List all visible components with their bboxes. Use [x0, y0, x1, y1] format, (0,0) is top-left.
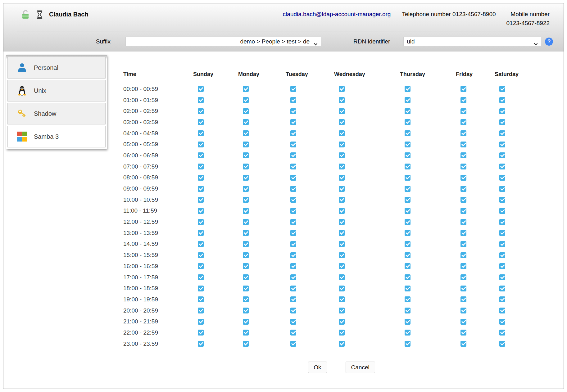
logon-hour-checkbox-monday[interactable] — [243, 197, 249, 203]
ok-button[interactable]: Ok — [308, 362, 327, 373]
logon-hour-checkbox-sunday[interactable] — [198, 197, 204, 203]
logon-hour-checkbox-wednesday[interactable] — [339, 164, 345, 169]
logon-hour-checkbox-friday[interactable] — [460, 186, 466, 192]
logon-hour-checkbox-saturday[interactable] — [499, 230, 505, 236]
logon-hour-checkbox-wednesday[interactable] — [339, 341, 345, 347]
logon-hour-checkbox-thursday[interactable] — [405, 241, 411, 247]
logon-hour-checkbox-thursday[interactable] — [405, 208, 411, 214]
logon-hour-checkbox-thursday[interactable] — [405, 230, 411, 236]
logon-hour-checkbox-wednesday[interactable] — [339, 119, 345, 125]
logon-hour-checkbox-sunday[interactable] — [198, 130, 204, 136]
logon-hour-checkbox-friday[interactable] — [460, 86, 466, 92]
logon-hour-checkbox-saturday[interactable] — [499, 86, 505, 92]
logon-hour-checkbox-thursday[interactable] — [405, 108, 411, 114]
logon-hour-checkbox-wednesday[interactable] — [339, 186, 345, 192]
logon-hour-checkbox-friday[interactable] — [460, 175, 466, 181]
unlock-icon[interactable] — [21, 10, 29, 21]
logon-hour-checkbox-monday[interactable] — [243, 319, 249, 325]
logon-hour-checkbox-thursday[interactable] — [405, 130, 411, 136]
logon-hour-checkbox-saturday[interactable] — [499, 263, 505, 269]
logon-hour-checkbox-sunday[interactable] — [198, 119, 204, 125]
logon-hour-checkbox-tuesday[interactable] — [290, 341, 296, 347]
logon-hour-checkbox-saturday[interactable] — [499, 241, 505, 247]
logon-hour-checkbox-wednesday[interactable] — [339, 86, 345, 92]
logon-hour-checkbox-saturday[interactable] — [499, 186, 505, 192]
logon-hour-checkbox-thursday[interactable] — [405, 286, 411, 291]
logon-hour-checkbox-tuesday[interactable] — [290, 208, 296, 214]
logon-hour-checkbox-thursday[interactable] — [405, 186, 411, 192]
logon-hour-checkbox-sunday[interactable] — [198, 241, 204, 247]
logon-hour-checkbox-saturday[interactable] — [499, 208, 505, 214]
logon-hour-checkbox-friday[interactable] — [460, 164, 466, 169]
logon-hour-checkbox-sunday[interactable] — [198, 186, 204, 192]
logon-hour-checkbox-friday[interactable] — [460, 97, 466, 103]
logon-hour-checkbox-tuesday[interactable] — [290, 108, 296, 114]
logon-hour-checkbox-monday[interactable] — [243, 252, 249, 258]
logon-hour-checkbox-wednesday[interactable] — [339, 97, 345, 103]
logon-hour-checkbox-wednesday[interactable] — [339, 296, 345, 302]
sidebar-item-shadow[interactable]: Shadow — [7, 103, 106, 124]
logon-hour-checkbox-tuesday[interactable] — [290, 263, 296, 269]
logon-hour-checkbox-saturday[interactable] — [499, 341, 505, 347]
logon-hour-checkbox-sunday[interactable] — [198, 219, 204, 225]
logon-hour-checkbox-wednesday[interactable] — [339, 175, 345, 181]
logon-hour-checkbox-friday[interactable] — [460, 330, 466, 336]
logon-hour-checkbox-friday[interactable] — [460, 274, 466, 280]
logon-hour-checkbox-tuesday[interactable] — [290, 175, 296, 181]
logon-hour-checkbox-wednesday[interactable] — [339, 252, 345, 258]
logon-hour-checkbox-sunday[interactable] — [198, 263, 204, 269]
logon-hour-checkbox-wednesday[interactable] — [339, 219, 345, 225]
logon-hour-checkbox-tuesday[interactable] — [290, 330, 296, 336]
email-link[interactable]: claudia.bach@ldap-account-manager.org — [283, 10, 391, 19]
logon-hour-checkbox-wednesday[interactable] — [339, 152, 345, 158]
logon-hour-checkbox-tuesday[interactable] — [290, 286, 296, 291]
logon-hour-checkbox-friday[interactable] — [460, 308, 466, 313]
rdn-identifier-select[interactable]: uid — [403, 37, 541, 46]
logon-hour-checkbox-tuesday[interactable] — [290, 130, 296, 136]
logon-hour-checkbox-sunday[interactable] — [198, 296, 204, 302]
logon-hour-checkbox-tuesday[interactable] — [290, 197, 296, 203]
logon-hour-checkbox-wednesday[interactable] — [339, 197, 345, 203]
logon-hour-checkbox-friday[interactable] — [460, 197, 466, 203]
logon-hour-checkbox-tuesday[interactable] — [290, 274, 296, 280]
logon-hour-checkbox-monday[interactable] — [243, 208, 249, 214]
logon-hour-checkbox-sunday[interactable] — [198, 175, 204, 181]
logon-hour-checkbox-saturday[interactable] — [499, 296, 505, 302]
logon-hour-checkbox-saturday[interactable] — [499, 108, 505, 114]
logon-hour-checkbox-monday[interactable] — [243, 164, 249, 169]
logon-hour-checkbox-friday[interactable] — [460, 263, 466, 269]
logon-hour-checkbox-wednesday[interactable] — [339, 308, 345, 313]
logon-hour-checkbox-wednesday[interactable] — [339, 319, 345, 325]
logon-hour-checkbox-monday[interactable] — [243, 296, 249, 302]
sidebar-item-unix[interactable]: Unix — [7, 80, 106, 101]
logon-hour-checkbox-friday[interactable] — [460, 319, 466, 325]
logon-hour-checkbox-friday[interactable] — [460, 252, 466, 258]
logon-hour-checkbox-thursday[interactable] — [405, 274, 411, 280]
logon-hour-checkbox-thursday[interactable] — [405, 308, 411, 313]
logon-hour-checkbox-friday[interactable] — [460, 286, 466, 291]
logon-hour-checkbox-monday[interactable] — [243, 86, 249, 92]
logon-hour-checkbox-friday[interactable] — [460, 341, 466, 347]
logon-hour-checkbox-saturday[interactable] — [499, 286, 505, 291]
logon-hour-checkbox-monday[interactable] — [243, 308, 249, 313]
logon-hour-checkbox-sunday[interactable] — [198, 152, 204, 158]
logon-hour-checkbox-thursday[interactable] — [405, 296, 411, 302]
sidebar-item-samba3[interactable]: Samba 3 — [7, 126, 106, 147]
logon-hour-checkbox-thursday[interactable] — [405, 219, 411, 225]
sidebar-item-personal[interactable]: Personal — [7, 57, 106, 79]
logon-hour-checkbox-friday[interactable] — [460, 108, 466, 114]
logon-hour-checkbox-monday[interactable] — [243, 130, 249, 136]
logon-hour-checkbox-tuesday[interactable] — [290, 152, 296, 158]
logon-hour-checkbox-monday[interactable] — [243, 152, 249, 158]
logon-hour-checkbox-friday[interactable] — [460, 219, 466, 225]
logon-hour-checkbox-monday[interactable] — [243, 142, 249, 147]
logon-hour-checkbox-thursday[interactable] — [405, 197, 411, 203]
logon-hour-checkbox-saturday[interactable] — [499, 274, 505, 280]
logon-hour-checkbox-sunday[interactable] — [198, 330, 204, 336]
logon-hour-checkbox-sunday[interactable] — [198, 208, 204, 214]
logon-hour-checkbox-thursday[interactable] — [405, 119, 411, 125]
logon-hour-checkbox-monday[interactable] — [243, 175, 249, 181]
logon-hour-checkbox-saturday[interactable] — [499, 219, 505, 225]
logon-hour-checkbox-sunday[interactable] — [198, 319, 204, 325]
logon-hour-checkbox-tuesday[interactable] — [290, 86, 296, 92]
